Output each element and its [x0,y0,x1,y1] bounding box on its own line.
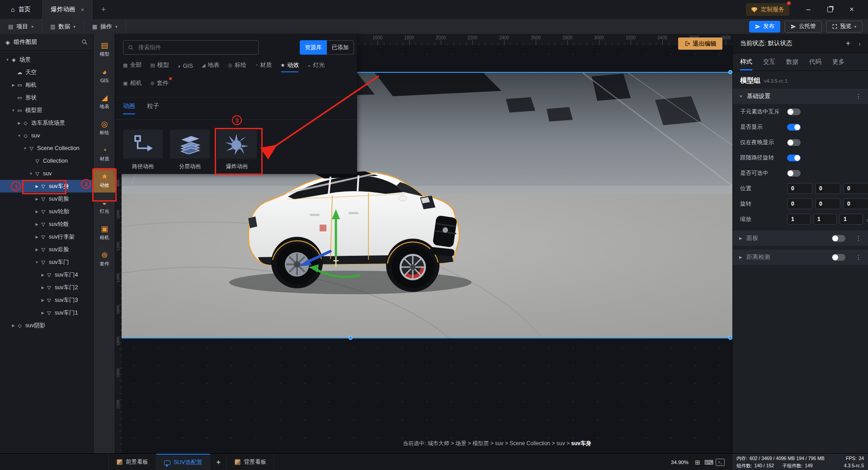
publish-button[interactable]: 发布 [749,21,780,33]
filter-灯光[interactable]: ◒灯光 [307,61,325,72]
layer-tree-item[interactable]: ▭形状 [0,91,93,104]
close-tab-icon[interactable]: × [80,6,84,13]
toggle-面板[interactable] [832,235,845,242]
section-basic-settings[interactable]: ▼ 基础设置 ⋮ [733,89,868,104]
kebab-menu-icon[interactable]: ⋮ [855,235,862,242]
layer-tree-item[interactable]: ▼▽suv车门 [0,256,93,268]
旋转-z-input[interactable] [843,198,868,209]
layer-tree-item[interactable]: ▽Collection [0,155,93,167]
board-tab-背景看板[interactable]: 背景看板 [227,454,274,470]
filter-全部[interactable]: ▦全部 [123,61,142,72]
旋转-y-input[interactable] [815,198,840,209]
menu-3[interactable]: ▦操作▾ [84,19,126,34]
frame-handle[interactable] [349,336,353,340]
dock-item-GIS[interactable]: ◕GIS [94,63,115,88]
layer-tree-item[interactable]: ▼▭模型层 [0,104,93,117]
tree-arrow-icon[interactable]: ▶ [10,83,16,87]
位置-x-input[interactable] [787,183,812,194]
new-tab-button[interactable]: + [94,5,113,14]
dock-item-套件[interactable]: ⊚套件 [94,247,115,271]
layer-tree-item[interactable]: ▶◇suv阴影 [0,319,93,332]
tree-arrow-icon[interactable]: ▶ [34,197,40,201]
tree-arrow-icon[interactable]: ▶ [10,324,16,328]
tab-交互[interactable]: 交互 [763,53,775,70]
layer-tree-item[interactable]: ▼▽suv [0,167,93,180]
section-面板[interactable]: ▶面板⋮ [733,230,868,246]
search-icon[interactable] [81,39,88,45]
filter-地表[interactable]: ◢地表 [202,61,219,72]
toggle-是否显示[interactable] [787,124,801,131]
旋转-x-input[interactable] [787,198,812,209]
frame-handle[interactable] [728,70,732,74]
keyboard-shortcuts-icon[interactable]: ⌨ [704,458,713,467]
tab-代码[interactable]: 代码 [809,53,821,70]
console-icon[interactable]: >_ [716,458,725,467]
maximize-button[interactable] [819,0,841,19]
close-button[interactable]: × [841,0,863,19]
exit-edit-button[interactable]: 退出编辑 [678,38,722,50]
subtab-粒子[interactable]: 粒子 [147,102,159,114]
tree-arrow-icon[interactable]: ▶ [40,298,46,302]
layer-tree-item[interactable]: ▶▽suv轮毂 [0,218,93,230]
toggle-跟随路径旋转[interactable] [787,155,801,161]
layer-tree-item[interactable]: ▶▽suv轮胎 [0,205,93,218]
chevron-right-icon[interactable]: › [859,40,861,47]
tree-arrow-icon[interactable]: ▼ [16,134,22,138]
home-tab[interactable]: ⌂ 首页 [0,0,41,19]
tree-arrow-icon[interactable]: ▶ [34,235,40,239]
add-state-button[interactable]: + [846,39,850,48]
缩放-z-input[interactable] [840,214,863,225]
tree-arrow-icon[interactable]: ▶ [40,286,46,290]
位置-y-input[interactable] [815,183,840,194]
dock-item-地表[interactable]: ◢地表 [94,89,115,114]
layer-tree-item[interactable]: ▶▽suv车门1 [0,306,93,319]
kebab-menu-icon[interactable]: ⋮ [855,254,862,261]
dock-item-模型[interactable]: ▤模型 [94,37,115,61]
board-tab-前景看板[interactable]: 前景看板 [108,454,156,470]
cloud-hosting-button[interactable]: 云托管 [784,21,822,33]
section-距离检测[interactable]: ▶距离检测⋮ [733,249,868,265]
filter-相机[interactable]: ▣相机 [123,79,142,90]
filter-套件[interactable]: ⊚套件 [150,79,168,90]
layer-tree-item[interactable]: ▶◇选车系统场景 [0,117,93,129]
tree-arrow-icon[interactable]: ▼ [5,58,10,62]
dock-item-标绘[interactable]: ◎标绘 [94,116,115,140]
dock-item-材质[interactable]: ◔材质 [94,142,115,166]
asset-search-input[interactable] [137,44,254,51]
filter-GIS[interactable]: ◕GIS [178,62,193,72]
位置-z-input[interactable] [843,183,868,194]
menu-2[interactable]: ▥数据▾ [42,19,84,34]
custom-service-button[interactable]: 定制服务 [746,3,789,16]
filter-标绘[interactable]: ◎标绘 [228,61,246,72]
kebab-menu-icon[interactable]: ⋮ [855,93,862,100]
menu-1[interactable]: ▤项目▾ [0,19,42,34]
tree-arrow-icon[interactable]: ▶ [40,273,46,277]
preview-button[interactable]: 预览 ▾ [826,21,863,33]
toggle-是否可选中[interactable] [787,170,801,177]
tab-数据[interactable]: 数据 [786,53,798,70]
layer-tree-item[interactable]: ▶▽suv车门4 [0,268,93,281]
layer-tree-item[interactable]: ▼◇suv [0,129,93,142]
layer-tree-item[interactable]: ▶▭相机 [0,79,93,91]
tab-样式[interactable]: 样式 [740,53,752,70]
add-board-button[interactable]: + [210,454,227,470]
link-icon[interactable] [866,216,868,222]
library-tab[interactable]: 资源库 [300,40,327,55]
tree-arrow-icon[interactable]: ▼ [28,172,34,176]
filter-模型[interactable]: ▤模型 [150,61,169,72]
layer-tree-item[interactable]: ▼▽Scene Collection [0,142,93,155]
layer-tree-item[interactable]: ▶▽suv车门3 [0,294,93,306]
layer-tree-item[interactable]: ▶▽suv行李架 [0,230,93,243]
filter-材质[interactable]: ◔材质 [255,61,272,72]
asset-card-路径动画[interactable]: 路径动画 [123,130,163,170]
缩放-y-input[interactable] [813,214,837,225]
tree-arrow-icon[interactable]: ▼ [34,260,40,264]
frame-handle[interactable] [728,336,732,340]
minimize-button[interactable]: – [797,0,819,19]
toggle-仅在夜晚显示[interactable] [787,139,801,146]
board-tab-SUV选配置[interactable]: SUV选配置 [156,454,210,470]
tree-arrow-icon[interactable]: ▶ [34,210,40,214]
fit-screen-icon[interactable]: ⊞ [693,458,702,467]
asset-card-分层动画[interactable]: 分层动画 [170,130,210,170]
tab-更多[interactable]: 更多 [832,53,844,70]
